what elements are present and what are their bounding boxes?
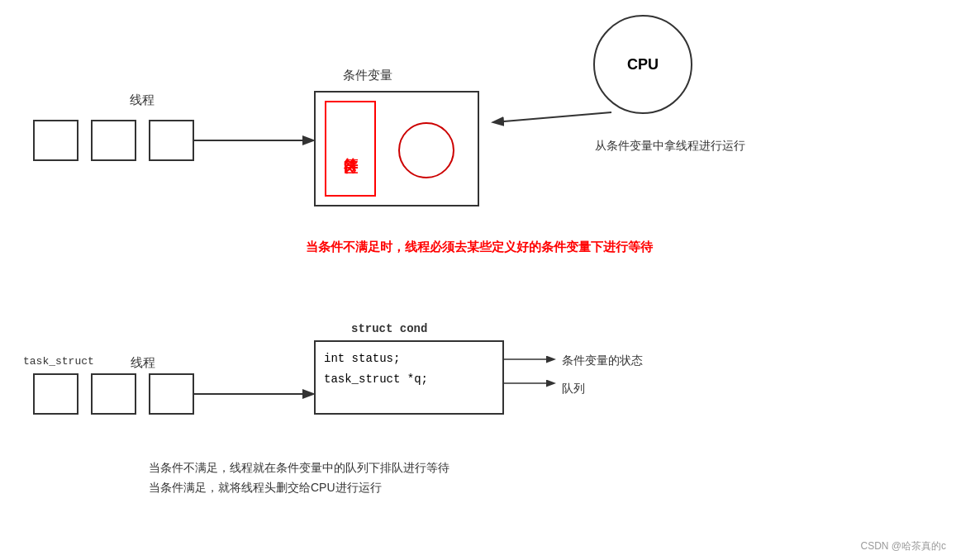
bottom-notice: 当条件不满足，线程就在条件变量中的队列下排队进行等待 当条件满足，就将线程头删交…: [149, 458, 449, 498]
task-struct-label: task_struct: [23, 355, 94, 368]
thread-box-bottom-1: [33, 373, 78, 415]
arrow-label-queue: 队列: [562, 382, 585, 396]
thread-box-1: [33, 120, 78, 161]
from-cond-label: 从条件变量中拿线程进行运行: [595, 139, 745, 154]
wait-area-text: 等待区: [342, 146, 359, 151]
wait-area-box: 等待区: [325, 101, 376, 197]
arrows-overlay: [0, 0, 956, 560]
thread-box-bottom-3: [149, 373, 194, 415]
bottom-notice-line1: 当条件不满足，线程就在条件变量中的队列下排队进行等待: [149, 458, 449, 478]
thread-box-bottom-2: [91, 373, 136, 415]
struct-cond-label: struct cond: [351, 322, 427, 335]
cpu-label: CPU: [627, 56, 659, 74]
thread-box-3: [149, 120, 194, 161]
code-line-2: task_struct *q;: [324, 369, 494, 390]
cond-var-label: 条件变量: [343, 68, 392, 83]
code-line-1: int status;: [324, 349, 494, 369]
thread-circle-top: [398, 122, 454, 178]
thread-box-2: [91, 120, 136, 161]
svg-line-1: [494, 112, 611, 122]
arrow-label-status: 条件变量的状态: [562, 354, 643, 368]
thread-label-top: 线程: [130, 93, 155, 108]
thread-label-bottom: 线程: [131, 355, 155, 371]
bottom-notice-line2: 当条件满足，就将线程头删交给CPU进行运行: [149, 478, 449, 498]
code-box: int status; task_struct *q;: [314, 340, 504, 415]
cpu-circle: CPU: [593, 15, 692, 114]
watermark: CSDN @哈茶真的c: [860, 539, 946, 553]
red-notice: 当条件不满足时，线程必须去某些定义好的条件变量下进行等待: [124, 240, 835, 255]
